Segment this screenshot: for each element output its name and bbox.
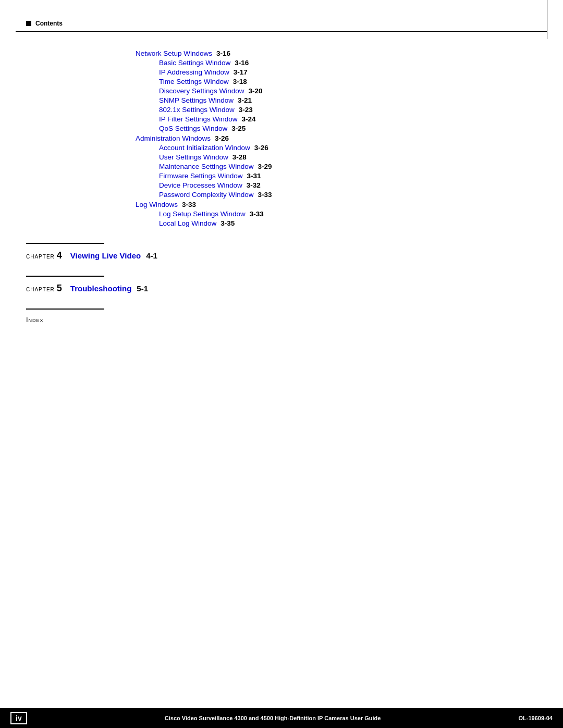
chapter-5-row: Chapter 5 Troubleshooting 5-1 xyxy=(26,283,537,294)
toc-link-qos-settings[interactable]: QoS Settings Window xyxy=(159,125,227,132)
chapter-5-wrapper: Chapter 5 Troubleshooting 5-1 xyxy=(26,276,537,294)
top-border-line xyxy=(16,31,547,32)
toc-page-discovery-settings: 3-20 xyxy=(249,87,263,95)
chapter-5-title[interactable]: Troubleshooting xyxy=(70,284,132,293)
page-number: iv xyxy=(10,712,27,724)
chapter-4-row: Chapter 4 Viewing Live Video 4-1 xyxy=(26,250,537,261)
toc-item-snmp-settings: SNMP Settings Window 3-21 xyxy=(159,96,537,104)
toc-page-device-processes: 3-32 xyxy=(247,181,261,189)
toc-link-log-setup[interactable]: Log Setup Settings Window xyxy=(159,210,246,218)
toc-link-snmp-settings[interactable]: SNMP Settings Window xyxy=(159,96,234,104)
toc-item-time-settings: Time Settings Window 3-18 xyxy=(159,78,537,85)
chapter-4-top-line xyxy=(26,243,104,244)
toc-link-device-processes[interactable]: Device Processes Window xyxy=(159,181,242,189)
index-row: Index xyxy=(26,316,537,324)
toc-page-ip-addressing: 3-17 xyxy=(234,68,248,76)
contents-label: Contents xyxy=(35,20,63,27)
right-border-line xyxy=(547,0,547,39)
toc-link-password-complexity[interactable]: Password Complexity Window xyxy=(159,191,254,199)
toc-page-password-complexity: 3-33 xyxy=(258,191,272,199)
chapter-4-title[interactable]: Viewing Live Video xyxy=(70,251,141,260)
chapter-4-page: 4-1 xyxy=(146,251,157,260)
toc-item-qos-settings: QoS Settings Window 3-25 xyxy=(159,125,537,132)
index-top-line xyxy=(26,309,104,310)
toc-group-log-windows: Log Windows 3-33 xyxy=(136,201,537,208)
toc-link-administration[interactable]: Administration Windows xyxy=(136,134,211,142)
toc-link-local-log[interactable]: Local Log Window xyxy=(159,219,216,227)
chapter-5-top-line xyxy=(26,276,104,277)
toc-page-qos-settings: 3-25 xyxy=(231,125,246,132)
toc-section-network-setup: Network Setup Windows 3-16 Basic Setting… xyxy=(26,50,537,132)
toc-item-account-init: Account Initialization Window 3-26 xyxy=(159,144,537,152)
toc-page-local-log: 3-35 xyxy=(221,219,235,227)
toc-item-log-setup: Log Setup Settings Window 3-33 xyxy=(159,210,537,218)
toc-item-user-settings: User Settings Window 3-28 xyxy=(159,153,537,161)
main-content: Network Setup Windows 3-16 Basic Setting… xyxy=(26,50,537,324)
toc-link-discovery-settings[interactable]: Discovery Settings Window xyxy=(159,87,244,95)
toc-item-basic-settings: Basic Settings Window 3-16 xyxy=(159,59,537,67)
contents-square-icon xyxy=(26,21,31,26)
toc-page-snmp-settings: 3-21 xyxy=(238,96,252,104)
toc-page-maintenance-settings: 3-29 xyxy=(258,163,272,170)
toc-link-firmware-settings[interactable]: Firmware Settings Window xyxy=(159,172,243,180)
contents-header: Contents xyxy=(26,20,63,27)
toc-page-firmware-settings: 3-31 xyxy=(247,172,261,180)
toc-item-local-log: Local Log Window 3-35 xyxy=(159,219,537,227)
toc-page-network-setup: 3-16 xyxy=(216,50,230,57)
chapter-4-label: Chapter xyxy=(26,254,55,260)
toc-link-maintenance-settings[interactable]: Maintenance Settings Window xyxy=(159,163,254,170)
toc-group-administration: Administration Windows 3-26 xyxy=(136,134,537,142)
toc-page-8021x-settings: 3-23 xyxy=(239,106,253,114)
toc-item-device-processes: Device Processes Window 3-32 xyxy=(159,181,537,189)
toc-item-discovery-settings: Discovery Settings Window 3-20 xyxy=(159,87,537,95)
toc-item-password-complexity: Password Complexity Window 3-33 xyxy=(159,191,537,199)
toc-link-8021x-settings[interactable]: 802.1x Settings Window xyxy=(159,106,235,114)
toc-page-time-settings: 3-18 xyxy=(233,78,247,85)
page-container: Contents Network Setup Windows 3-16 Basi… xyxy=(0,0,563,728)
toc-link-network-setup[interactable]: Network Setup Windows xyxy=(136,50,212,57)
toc-link-time-settings[interactable]: Time Settings Window xyxy=(159,78,229,85)
toc-link-user-settings[interactable]: User Settings Window xyxy=(159,153,228,161)
chapter-5-number: 5 xyxy=(57,283,62,294)
toc-section-administration: Administration Windows 3-26 Account Init… xyxy=(26,134,537,199)
toc-page-administration: 3-26 xyxy=(215,134,229,142)
toc-item-8021x-settings: 802.1x Settings Window 3-23 xyxy=(159,106,537,114)
chapter-5-page: 5-1 xyxy=(137,284,148,293)
index-label: Index xyxy=(26,316,44,324)
toc-page-log-setup: 3-33 xyxy=(250,210,264,218)
bottom-bar: iv Cisco Video Surveillance 4300 and 450… xyxy=(0,708,563,728)
toc-section-log-windows: Log Windows 3-33 Log Setup Settings Wind… xyxy=(26,201,537,227)
toc-page-ip-filter-settings: 3-24 xyxy=(242,115,256,123)
toc-link-basic-settings[interactable]: Basic Settings Window xyxy=(159,59,230,67)
toc-page-user-settings: 3-28 xyxy=(232,153,247,161)
toc-item-firmware-settings: Firmware Settings Window 3-31 xyxy=(159,172,537,180)
chapter-4-number: 4 xyxy=(57,250,62,261)
toc-link-account-init[interactable]: Account Initialization Window xyxy=(159,144,250,152)
toc-item-ip-filter-settings: IP Filter Settings Window 3-24 xyxy=(159,115,537,123)
toc-item-maintenance-settings: Maintenance Settings Window 3-29 xyxy=(159,163,537,170)
chapter-4-wrapper: Chapter 4 Viewing Live Video 4-1 xyxy=(26,243,537,261)
toc-page-account-init: 3-26 xyxy=(254,144,268,152)
toc-link-log-windows[interactable]: Log Windows xyxy=(136,201,178,208)
toc-page-basic-settings: 3-16 xyxy=(235,59,249,67)
footer-doc-title: Cisco Video Surveillance 4300 and 4500 H… xyxy=(165,715,381,721)
toc-page-log-windows: 3-33 xyxy=(182,201,196,208)
toc-link-ip-filter-settings[interactable]: IP Filter Settings Window xyxy=(159,115,238,123)
footer-doc-num: OL-19609-04 xyxy=(519,715,553,721)
chapter-5-label: Chapter xyxy=(26,287,55,292)
toc-item-ip-addressing: IP Addressing Window 3-17 xyxy=(159,68,537,76)
toc-link-ip-addressing[interactable]: IP Addressing Window xyxy=(159,68,229,76)
toc-group-network-setup: Network Setup Windows 3-16 xyxy=(136,50,537,57)
index-wrapper: Index xyxy=(26,309,537,324)
